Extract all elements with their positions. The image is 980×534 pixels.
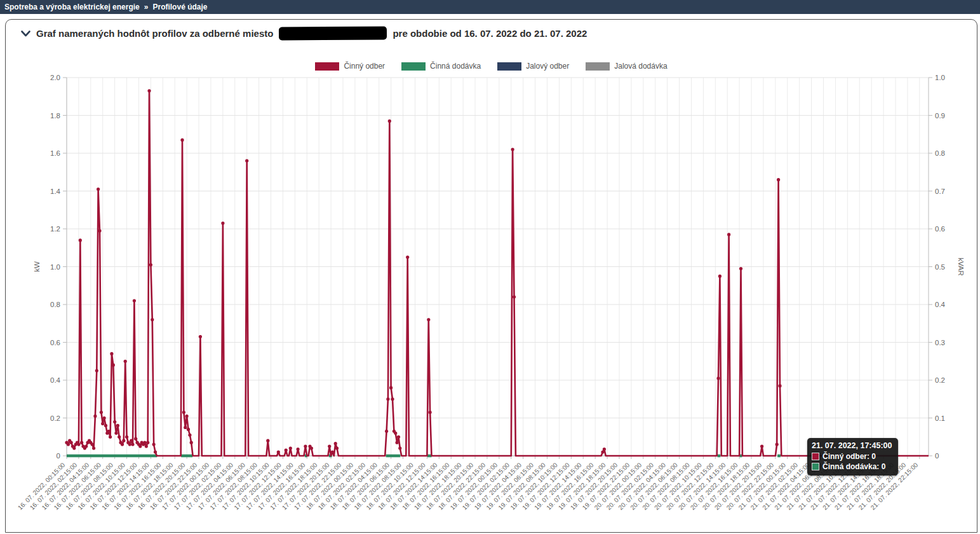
data-point	[145, 445, 148, 448]
y-right-tick-label: 0.3	[935, 339, 945, 346]
y-right-tick-label: 0.1	[935, 414, 945, 422]
y-left-tick-label: 0.2	[50, 414, 60, 422]
data-point	[180, 139, 184, 142]
data-point	[185, 414, 189, 418]
y-right-tick-label: 0.5	[935, 263, 945, 271]
data-point	[84, 445, 88, 448]
gridlines	[67, 78, 929, 456]
data-point	[110, 352, 113, 355]
data-point	[335, 447, 339, 450]
data-point	[603, 448, 606, 451]
y-right-axis-title: kVAR	[957, 257, 965, 276]
data-point	[134, 437, 137, 441]
y-left-tick-label: 1.4	[50, 188, 61, 195]
data-point	[391, 397, 394, 400]
data-point	[266, 439, 269, 442]
data-point	[221, 222, 224, 225]
data-point	[187, 428, 190, 431]
data-point	[117, 435, 121, 439]
data-point	[398, 447, 401, 450]
data-point	[67, 443, 70, 446]
data-point	[777, 178, 780, 181]
data-point	[297, 448, 300, 451]
data-point	[285, 449, 288, 452]
data-point	[389, 386, 393, 389]
data-point	[128, 443, 131, 446]
y-left-tick-label: 0	[57, 452, 60, 460]
data-point	[91, 443, 94, 446]
data-point	[133, 299, 136, 303]
data-point	[80, 441, 83, 444]
data-point	[109, 435, 112, 439]
y-left-tick-label: 2.0	[50, 74, 60, 81]
data-point	[107, 430, 111, 433]
chart-tooltip: 21. 07. 2022, 17:45:00 Činný odber: 0 Či…	[807, 438, 898, 476]
tooltip-row-odber: Činný odber: 0	[812, 452, 892, 461]
data-point	[334, 442, 337, 445]
data-point	[138, 445, 142, 448]
data-point	[77, 443, 80, 446]
data-point	[310, 447, 313, 450]
data-point	[147, 89, 151, 92]
data-point	[146, 441, 149, 444]
data-point	[104, 424, 107, 427]
tooltip-value-dodavka: Činná dodávka: 0	[822, 462, 885, 471]
data-point	[114, 432, 117, 435]
data-point	[149, 263, 152, 266]
data-point	[388, 120, 391, 123]
data-point	[429, 411, 432, 414]
data-point	[182, 411, 185, 414]
data-point	[112, 364, 115, 367]
data-point	[151, 318, 154, 321]
data-point	[95, 369, 98, 373]
y-right-tick-label: 0.8	[935, 149, 945, 157]
data-point	[778, 384, 781, 387]
data-point	[386, 397, 389, 400]
data-point	[511, 147, 514, 151]
data-point	[130, 439, 133, 442]
series-color-swatch	[812, 453, 819, 460]
tooltip-timestamp: 21. 07. 2022, 17:45:00	[812, 441, 892, 450]
data-point	[116, 424, 119, 427]
data-point	[760, 445, 763, 448]
data-point	[394, 432, 397, 435]
data-point	[72, 447, 76, 450]
data-point	[98, 229, 101, 232]
data-point	[406, 256, 409, 259]
tooltip-value-odber: Činný odber: 0	[822, 452, 876, 461]
series-cinny-odber[interactable]	[65, 89, 929, 456]
data-point	[716, 376, 720, 380]
data-point	[718, 275, 722, 278]
data-point	[70, 441, 73, 444]
tooltip-row-dodavka: Činná dodávka: 0	[812, 462, 892, 471]
data-point	[328, 445, 331, 448]
y-left-axis-title: kW	[33, 261, 41, 272]
data-point	[727, 233, 730, 236]
data-point	[277, 450, 280, 453]
data-point	[79, 238, 82, 242]
data-point	[113, 420, 116, 423]
data-point	[184, 426, 187, 429]
data-point	[154, 450, 157, 453]
y-left-tick-label: 1.0	[50, 263, 60, 271]
data-point	[124, 360, 127, 363]
data-point	[121, 443, 124, 446]
data-point	[125, 435, 128, 439]
data-point	[97, 188, 100, 191]
data-point	[397, 435, 400, 439]
data-point	[190, 441, 193, 444]
y-left-tick-label: 0.6	[50, 339, 60, 346]
data-point	[188, 434, 191, 437]
data-point	[122, 439, 125, 442]
series-color-swatch	[812, 463, 819, 470]
y-right-tick-label: 0.4	[935, 301, 946, 308]
data-point	[92, 447, 95, 450]
data-point	[739, 267, 742, 270]
y-right-tick-label: 0.9	[935, 112, 945, 120]
data-point	[427, 318, 430, 321]
data-point	[131, 443, 134, 446]
data-point	[103, 416, 106, 420]
data-point	[143, 441, 146, 444]
data-point	[331, 450, 334, 453]
y-left-tick-label: 1.8	[50, 112, 60, 120]
